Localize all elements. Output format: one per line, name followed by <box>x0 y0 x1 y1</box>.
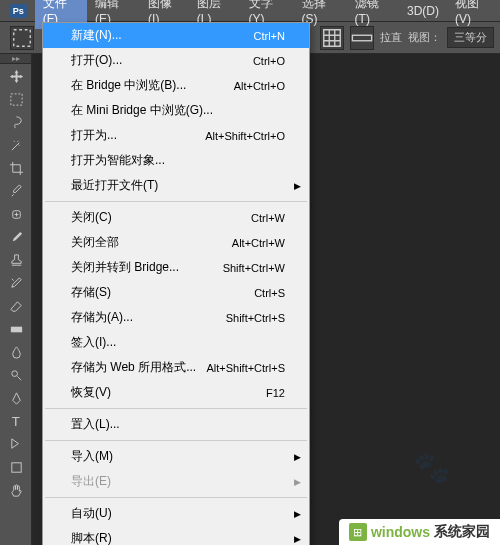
history-brush-tool[interactable] <box>3 272 29 294</box>
menu-item-label: 在 Mini Bridge 中浏览(G)... <box>71 102 285 119</box>
blur-tool[interactable] <box>3 341 29 363</box>
menu-item-label: 恢复(V) <box>71 384 266 401</box>
svg-rect-4 <box>10 326 21 332</box>
watermark-text-2: 系统家园 <box>434 523 490 541</box>
menu-item[interactable]: 存储为 Web 所用格式...Alt+Shift+Ctrl+S <box>43 355 309 380</box>
tool-preset-icon[interactable] <box>10 26 34 50</box>
svg-rect-1 <box>352 35 371 41</box>
menu-item-shortcut: Ctrl+S <box>254 287 285 299</box>
menu-item-label: 导出(E) <box>71 473 285 490</box>
toolbar: ▸▸ T <box>0 54 32 545</box>
submenu-arrow-icon: ▶ <box>294 477 301 487</box>
move-tool[interactable] <box>3 65 29 87</box>
svg-rect-7 <box>11 462 20 471</box>
menu-item-shortcut: Alt+Ctrl+W <box>232 237 285 249</box>
brush-tool[interactable] <box>3 226 29 248</box>
submenu-arrow-icon: ▶ <box>294 452 301 462</box>
menu-item-shortcut: Ctrl+W <box>251 212 285 224</box>
menu-3d[interactable]: 3D(D) <box>399 1 447 21</box>
menu-separator <box>45 440 307 441</box>
menu-item[interactable]: 置入(L)... <box>43 412 309 437</box>
menu-item[interactable]: 打开(O)...Ctrl+O <box>43 48 309 73</box>
eraser-tool[interactable] <box>3 295 29 317</box>
shape-tool[interactable] <box>3 456 29 478</box>
grid-icon[interactable] <box>320 26 344 50</box>
app-logo: Ps <box>10 4 27 18</box>
hand-tool[interactable] <box>3 479 29 501</box>
view-dropdown[interactable]: 三等分 <box>447 27 494 48</box>
menu-item-label: 导入(M) <box>71 448 285 465</box>
ruler-icon[interactable] <box>350 26 374 50</box>
svg-rect-2 <box>10 93 21 104</box>
crop-tool[interactable] <box>3 157 29 179</box>
eyedropper-tool[interactable] <box>3 180 29 202</box>
menu-item-label: 关闭全部 <box>71 234 232 251</box>
svg-rect-0 <box>14 29 31 46</box>
menu-item[interactable]: 最近打开文件(T)▶ <box>43 173 309 198</box>
menu-item-label: 打开为... <box>71 127 205 144</box>
watermark-text-1: windows <box>371 524 430 540</box>
menu-item[interactable]: 打开为智能对象... <box>43 148 309 173</box>
menu-separator <box>45 497 307 498</box>
watermark-paw-icon: 🐾 <box>413 450 450 485</box>
menu-item[interactable]: 恢复(V)F12 <box>43 380 309 405</box>
menu-item-label: 在 Bridge 中浏览(B)... <box>71 77 234 94</box>
dodge-tool[interactable] <box>3 364 29 386</box>
watermark-footer: ⊞ windows 系统家园 <box>339 519 500 545</box>
menu-item[interactable]: 打开为...Alt+Shift+Ctrl+O <box>43 123 309 148</box>
submenu-arrow-icon: ▶ <box>294 181 301 191</box>
wand-tool[interactable] <box>3 134 29 156</box>
menu-item-shortcut: Alt+Shift+Ctrl+S <box>206 362 285 374</box>
svg-text:T: T <box>11 414 19 429</box>
svg-point-5 <box>11 370 17 376</box>
menu-item-label: 自动(U) <box>71 505 285 522</box>
menu-item-shortcut: Ctrl+N <box>254 30 285 42</box>
menu-item-shortcut: Shift+Ctrl+W <box>223 262 285 274</box>
submenu-arrow-icon: ▶ <box>294 509 301 519</box>
menu-item: 导出(E)▶ <box>43 469 309 494</box>
menu-item-label: 关闭(C) <box>71 209 251 226</box>
menu-separator <box>45 408 307 409</box>
file-dropdown-menu: 新建(N)...Ctrl+N打开(O)...Ctrl+O在 Bridge 中浏览… <box>42 22 310 545</box>
menu-item[interactable]: 存储为(A)...Shift+Ctrl+S <box>43 305 309 330</box>
pen-tool[interactable] <box>3 387 29 409</box>
menu-item[interactable]: 关闭(C)Ctrl+W <box>43 205 309 230</box>
marquee-tool[interactable] <box>3 88 29 110</box>
menu-item[interactable]: 关闭全部Alt+Ctrl+W <box>43 230 309 255</box>
menu-item-shortcut: Alt+Shift+Ctrl+O <box>205 130 285 142</box>
menu-item-label: 脚本(R) <box>71 530 285 545</box>
menu-item-label: 存储(S) <box>71 284 254 301</box>
menu-item-shortcut: Alt+Ctrl+O <box>234 80 285 92</box>
windows-icon: ⊞ <box>349 523 367 541</box>
menu-separator <box>45 201 307 202</box>
menu-item-label: 打开(O)... <box>71 52 253 69</box>
type-tool[interactable]: T <box>3 410 29 432</box>
menu-item[interactable]: 存储(S)Ctrl+S <box>43 280 309 305</box>
menu-item-label: 存储为 Web 所用格式... <box>71 359 206 376</box>
straighten-label: 拉直 <box>380 30 402 45</box>
toolbar-collapse[interactable]: ▸▸ <box>0 54 31 64</box>
menu-item-label: 最近打开文件(T) <box>71 177 285 194</box>
menu-item[interactable]: 自动(U)▶ <box>43 501 309 526</box>
menubar: Ps 文件(F) 编辑(E) 图像(I) 图层(L) 文字(Y) 选择(S) 滤… <box>0 0 500 22</box>
menu-item[interactable]: 脚本(R)▶ <box>43 526 309 545</box>
menu-item[interactable]: 导入(M)▶ <box>43 444 309 469</box>
menu-item[interactable]: 在 Bridge 中浏览(B)...Alt+Ctrl+O <box>43 73 309 98</box>
menu-item-label: 打开为智能对象... <box>71 152 285 169</box>
view-label: 视图： <box>408 30 441 45</box>
healing-tool[interactable] <box>3 203 29 225</box>
menu-item-label: 存储为(A)... <box>71 309 226 326</box>
path-tool[interactable] <box>3 433 29 455</box>
menu-item-label: 签入(I)... <box>71 334 285 351</box>
lasso-tool[interactable] <box>3 111 29 133</box>
gradient-tool[interactable] <box>3 318 29 340</box>
menu-item-label: 新建(N)... <box>71 27 254 44</box>
menu-item-label: 置入(L)... <box>71 416 285 433</box>
menu-item[interactable]: 签入(I)... <box>43 330 309 355</box>
stamp-tool[interactable] <box>3 249 29 271</box>
menu-item-shortcut: Ctrl+O <box>253 55 285 67</box>
menu-item[interactable]: 在 Mini Bridge 中浏览(G)... <box>43 98 309 123</box>
submenu-arrow-icon: ▶ <box>294 534 301 544</box>
menu-item[interactable]: 新建(N)...Ctrl+N <box>43 23 309 48</box>
menu-item[interactable]: 关闭并转到 Bridge...Shift+Ctrl+W <box>43 255 309 280</box>
